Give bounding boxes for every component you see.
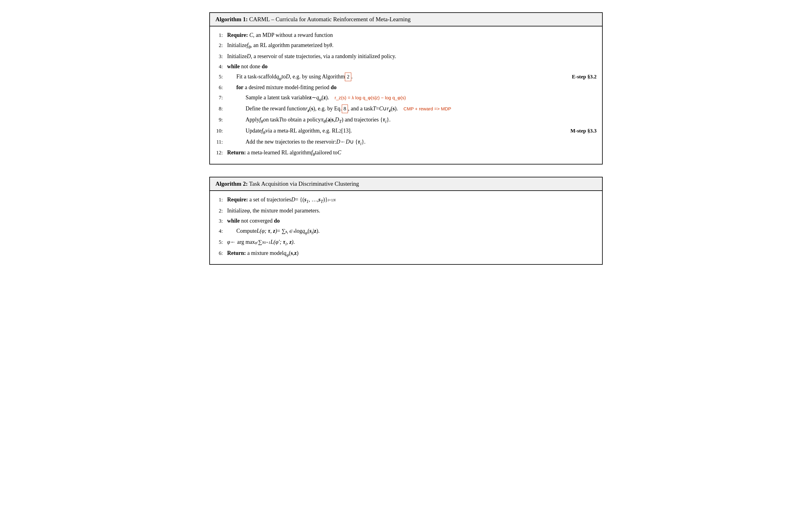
alg1-line6-for: for xyxy=(236,83,243,92)
alg1-line10-label: M-step §3.3 xyxy=(564,127,597,135)
algorithm2-title-rest: Task Acquisition via Discriminative Clus… xyxy=(249,180,359,187)
alg1-line12-content: Return: a meta-learned RL algorithm fθ t… xyxy=(227,148,597,158)
alg1-line1-num: 1: xyxy=(215,31,227,39)
algorithm2-box: Algorithm 2: Task Acquisition via Discri… xyxy=(209,177,603,265)
algorithm2-title-bold: Algorithm 2: xyxy=(215,180,248,187)
alg1-line4-content: while not done do xyxy=(227,62,597,71)
alg2-line6-return: Return: xyxy=(227,249,246,258)
algorithm1-body: 1: Require: C, an MDP without a reward f… xyxy=(210,26,602,164)
alg1-line8-s2: s xyxy=(393,105,395,113)
algorithm2-body: 1: Require: a set of trajectories D = {(… xyxy=(210,191,602,264)
alg2-line6: 6: Return: a mixture model qφ(s, z) xyxy=(215,249,597,259)
alg2-line3: 3: while not converged do xyxy=(215,217,597,225)
alg1-line4-do: do xyxy=(262,62,268,71)
alg2-line4-num: 4: xyxy=(215,227,227,235)
alg1-line4: 4: while not done do xyxy=(215,62,597,71)
alg1-line5-D: D xyxy=(286,73,290,81)
alg1-line9-a: a xyxy=(328,116,330,124)
alg2-line6-content: Return: a mixture model qφ(s, z) xyxy=(227,249,597,259)
alg2-line1-require: Require: xyxy=(227,196,248,204)
alg1-line11: 11: Add the new trajectories to the rese… xyxy=(215,138,597,147)
alg2-line3-while: while xyxy=(227,217,240,225)
alg1-line10-num: 10: xyxy=(215,127,227,135)
alg1-line2-content: Initialize fθ, an RL algorithm parameter… xyxy=(227,41,597,51)
alg1-line10-ftheta: fθ xyxy=(262,127,265,136)
alg1-line12-num: 12: xyxy=(215,149,227,157)
alg1-line1-require: Require: xyxy=(227,31,248,40)
alg1-line11-content: Add the new trajectories to the reservoi… xyxy=(227,138,597,147)
alg1-line9-s: s xyxy=(331,116,334,124)
alg1-line7-zbold: z xyxy=(323,93,326,102)
alg2-line4-content: Compute L(φ; τ, z) = ∑st ∈ τ log qφ(st|z… xyxy=(227,227,597,236)
alg2-line4-z: z xyxy=(314,227,316,235)
algorithm2-header: Algorithm 2: Task Acquisition via Discri… xyxy=(210,177,602,191)
alg2-line1-content: Require: a set of trajectories D = {(s1,… xyxy=(227,196,597,205)
alg2-line5-phi: φ xyxy=(227,238,230,247)
alg1-line9: 9: Apply fθ on task T to obtain a policy… xyxy=(215,116,597,125)
alg1-line12-ftheta: fθ xyxy=(311,148,315,158)
alg1-line6-content: for a desired mixture model-fitting peri… xyxy=(227,83,597,92)
alg1-line4-while: while xyxy=(227,62,240,71)
alg2-line6-qphi: qφ xyxy=(283,249,289,259)
alg1-line9-pi: πθ xyxy=(321,116,325,125)
alg1-line11-D: D xyxy=(336,138,340,146)
alg1-line9-num: 9: xyxy=(215,116,227,124)
alg1-line5-algref: 2 xyxy=(345,73,351,81)
alg1-line2-ftheta: fθ xyxy=(247,41,251,51)
alg1-line11-num: 11: xyxy=(215,138,227,146)
alg1-line10: 10: Update fθ via a meta-RL algorithm, e… xyxy=(215,127,597,136)
algorithm1-header: Algorithm 1: CARML – Curricula for Autom… xyxy=(210,13,602,26)
alg1-line2-theta: θ xyxy=(329,41,332,50)
alg1-line8-content: Define the reward function rz(s), e.g. b… xyxy=(227,105,597,114)
alg2-line5-N: N xyxy=(262,239,265,246)
alg1-line12: 12: Return: a meta-learned RL algorithm … xyxy=(215,148,597,158)
alg1-line8-s: s xyxy=(311,105,313,113)
alg2-line2-num: 2: xyxy=(215,207,227,215)
alg1-line3-num: 3: xyxy=(215,53,227,61)
alg1-line6-num: 6: xyxy=(215,84,227,92)
alg1-line4-num: 4: xyxy=(215,63,227,71)
alg2-line1: 1: Require: a set of trajectories D = {(… xyxy=(215,196,597,205)
alg1-line8-T: T xyxy=(373,105,376,113)
alg1-line6-do: do xyxy=(331,83,337,92)
alg2-line3-content: while not converged do xyxy=(227,217,597,225)
alg1-line8: 8: Define the reward function rz(s), e.g… xyxy=(215,105,597,114)
alg1-line11-tau: τi xyxy=(358,138,361,147)
alg1-line8-rz: rz xyxy=(305,105,309,114)
alg1-line8-rz2: rz xyxy=(387,105,390,114)
alg1-line5-num: 5: xyxy=(215,73,227,81)
alg1-line7-annotation: r_z(s) = λ log q_φ(s|z) − log q_φ(s) xyxy=(335,94,406,101)
alg2-line1-num: 1: xyxy=(215,196,227,204)
alg2-line4-st: st xyxy=(310,227,313,236)
alg1-line9-tau: τi xyxy=(383,116,386,125)
alg2-line1-sT: sT xyxy=(318,196,323,205)
alg2-line4-sum-sub: st ∈ τ xyxy=(286,228,295,235)
alg1-line1: 1: Require: C, an MDP without a reward f… xyxy=(215,31,597,40)
alg2-line2-content: Initialize φ, the mixture model paramete… xyxy=(227,207,597,215)
alg2-line5-Lphi: L(φ′; τi, z) xyxy=(270,238,293,248)
alg1-line7-content: Sample a latent task variable z ∼ qφ(z).… xyxy=(227,93,597,103)
alg1-line7-num: 7: xyxy=(215,94,227,102)
alg1-line3: 3: Initialize D, a reservoir of state tr… xyxy=(215,52,597,61)
alg2-line6-num: 6: xyxy=(215,249,227,257)
alg1-line10-content: Update fθ via a meta-RL algorithm, e.g. … xyxy=(227,127,597,136)
algorithm1-title-rest: CARML – Curricula for Automatic Reinforc… xyxy=(249,16,411,23)
alg2-line1-D: D xyxy=(291,196,295,204)
alg1-line8-annotation: CMP + reward => MDP xyxy=(404,105,451,112)
alg2-line5-i1: i=1 xyxy=(265,239,270,246)
alg1-line5-content: Fit a task-scaffold qφ to D, e.g. by usi… xyxy=(227,73,597,82)
alg2-line6-s: s xyxy=(291,249,293,258)
alg1-line7-z: z xyxy=(309,93,312,102)
alg1-line5: 5: Fit a task-scaffold qφ to D, e.g. by … xyxy=(215,73,597,82)
alg1-line7-qphi: qφ xyxy=(316,93,321,103)
alg2-line3-do: do xyxy=(274,217,280,225)
alg1-line9-ftheta: fθ xyxy=(259,116,263,125)
alg2-line1-idx: i=1 xyxy=(328,197,333,203)
alg2-line1-N: N xyxy=(333,197,336,203)
alg1-line3-D: D xyxy=(247,52,251,61)
alg1-line12-C: C xyxy=(338,148,341,157)
alg1-line9-DT: DT xyxy=(335,116,342,125)
alg1-line6: 6: for a desired mixture model-fitting p… xyxy=(215,83,597,92)
alg1-line5-qphi: qφ xyxy=(276,73,282,82)
alg1-line5-label: E-step §3.2 xyxy=(566,73,597,81)
